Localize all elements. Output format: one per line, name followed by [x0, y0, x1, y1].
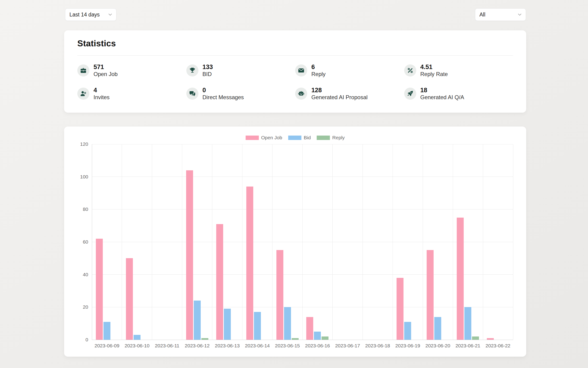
- gridline-x: [152, 144, 152, 340]
- x-axis-tick-label: 2023-06-11: [155, 343, 179, 349]
- stat-label: Reply: [311, 71, 325, 78]
- stat-generated-ai-qa: 18 Generated AI Q/A: [404, 86, 513, 101]
- gridline-x: [182, 144, 182, 340]
- stat-label: Open Job: [94, 71, 118, 78]
- gridline-x: [302, 144, 303, 340]
- bar-open-job: [246, 186, 253, 340]
- x-axis-tick-label: 2023-06-12: [185, 343, 210, 349]
- stat-value: 0: [202, 86, 244, 94]
- statistics-card: Statistics 571 Open Job 133 BID: [64, 30, 526, 113]
- x-axis-tick-label: 2023-06-15: [275, 343, 300, 349]
- bar-open-job: [427, 250, 434, 340]
- stat-value: 571: [94, 63, 118, 71]
- x-axis-tick-label: 2023-06-22: [485, 343, 510, 349]
- x-axis-tick-label: 2023-06-09: [95, 343, 119, 349]
- bar-reply: [472, 337, 479, 340]
- stat-direct-messages: 0 Direct Messages: [186, 86, 295, 101]
- gridline-x: [92, 144, 92, 340]
- gridline-x: [362, 144, 363, 340]
- bar-open-job: [276, 250, 283, 340]
- stat-label: Invites: [94, 94, 109, 101]
- chevron-down-icon: [517, 12, 522, 17]
- stat-reply-rate: 4.51 Reply Rate: [404, 63, 513, 78]
- stat-label: Generated AI Proposal: [311, 94, 368, 101]
- envelope-icon: [295, 64, 307, 76]
- y-axis-tick-label: 120: [71, 141, 88, 147]
- bar-chart: 0204060801001202023-06-092023-06-102023-…: [64, 127, 526, 357]
- bar-bid: [224, 309, 231, 340]
- gridline-x: [453, 144, 453, 340]
- bar-bid: [404, 322, 411, 340]
- bar-open-job: [457, 218, 464, 340]
- x-axis-tick-label: 2023-06-13: [215, 343, 240, 349]
- trophy-icon: [186, 64, 198, 76]
- rocket-icon: [404, 88, 416, 100]
- gridline-x: [513, 144, 513, 340]
- bar-open-job: [487, 338, 494, 340]
- date-range-value: Last 14 days: [70, 12, 100, 18]
- y-axis-tick-label: 0: [71, 337, 88, 342]
- bar-open-job: [396, 278, 404, 340]
- stat-invites: 4 Invites: [77, 86, 186, 101]
- bar-open-job: [96, 239, 103, 340]
- bar-bid: [254, 312, 261, 340]
- stat-value: 4: [94, 86, 109, 94]
- gridline-x: [242, 144, 242, 340]
- bar-open-job: [186, 170, 193, 340]
- category-select[interactable]: All: [475, 8, 526, 21]
- x-axis-tick-label: 2023-06-10: [124, 343, 149, 349]
- bar-bid: [104, 322, 110, 340]
- y-axis-tick-label: 80: [71, 206, 88, 212]
- stat-reply: 6 Reply: [295, 63, 404, 78]
- bar-bid: [194, 301, 201, 340]
- x-axis-tick-label: 2023-06-18: [365, 343, 390, 349]
- y-axis-tick-label: 60: [71, 239, 88, 245]
- date-range-select[interactable]: Last 14 days: [65, 8, 116, 21]
- gridline-x: [423, 144, 423, 340]
- bar-reply: [202, 338, 208, 340]
- chat-icon: [186, 88, 198, 100]
- gridline-x: [272, 144, 272, 340]
- gridline-x: [393, 144, 393, 340]
- chevron-down-icon: [107, 12, 113, 17]
- y-axis-tick-label: 20: [71, 304, 88, 310]
- stat-label: Generated AI Q/A: [420, 94, 464, 101]
- statistics-grid: 571 Open Job 133 BID 6 Rep: [64, 56, 526, 101]
- x-axis-tick-label: 2023-06-16: [305, 343, 330, 349]
- robot-icon: [295, 88, 307, 100]
- stat-label: BID: [202, 71, 213, 78]
- stat-value: 6: [311, 63, 325, 71]
- bar-reply: [292, 338, 299, 340]
- x-axis-tick-label: 2023-06-20: [425, 343, 450, 349]
- x-axis-tick-label: 2023-06-19: [395, 343, 420, 349]
- stat-label: Direct Messages: [202, 94, 244, 101]
- gridline-x: [122, 144, 122, 340]
- percent-icon: [404, 64, 416, 76]
- stat-label: Reply Rate: [420, 71, 448, 78]
- bar-bid: [434, 317, 441, 340]
- bar-bid: [464, 307, 471, 340]
- y-axis-tick-label: 100: [71, 174, 88, 180]
- bar-bid: [134, 335, 140, 340]
- bar-open-job: [306, 317, 313, 340]
- bar-bid: [314, 332, 321, 340]
- stat-bid: 133 BID: [186, 63, 295, 78]
- briefcase-icon: [77, 64, 89, 76]
- category-value: All: [479, 12, 485, 18]
- gridline-x: [483, 144, 483, 340]
- bar-open-job: [126, 258, 133, 340]
- person-add-icon: [77, 88, 89, 100]
- statistics-title: Statistics: [64, 30, 526, 48]
- stat-value: 133: [202, 63, 213, 71]
- chart-card: Open JobBidReply 0204060801001202023-06-…: [64, 127, 526, 357]
- stat-generated-ai-proposal: 128 Generated AI Proposal: [295, 86, 404, 101]
- x-axis-tick-label: 2023-06-14: [245, 343, 270, 349]
- stat-value: 128: [311, 86, 368, 94]
- bar-bid: [284, 307, 291, 340]
- stat-value: 4.51: [420, 63, 448, 71]
- stat-open-job: 571 Open Job: [77, 63, 186, 78]
- gridline-x: [333, 144, 333, 340]
- bar-reply: [322, 337, 328, 340]
- dashboard-page: Last 14 days All Statistics 571 Open Job: [0, 0, 588, 368]
- x-axis-tick-label: 2023-06-17: [335, 343, 360, 349]
